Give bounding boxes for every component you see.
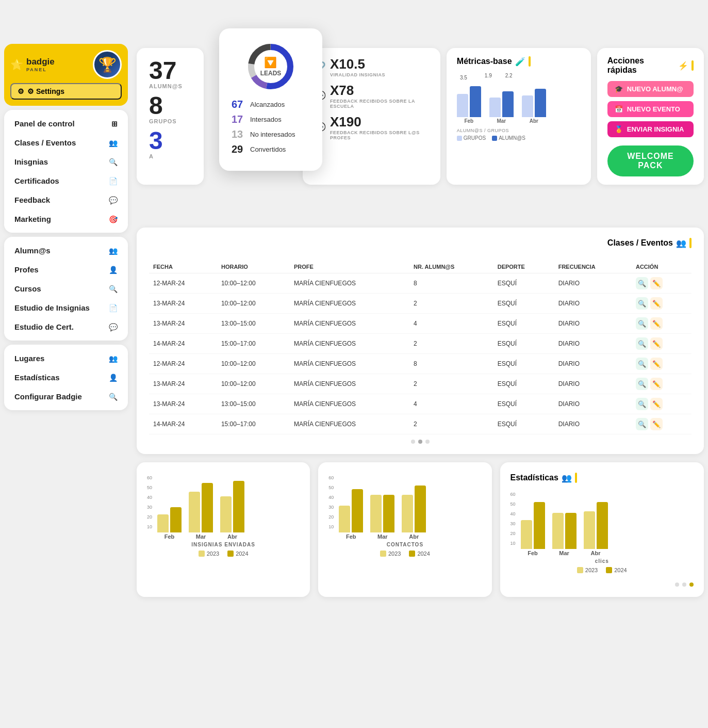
bar-feb-grupos: [457, 94, 468, 117]
edit-action-icon[interactable]: ✏️: [650, 297, 663, 310]
cont-bar-feb-2023: [339, 506, 350, 532]
leads-convertidos-row: 29 Convertidos: [232, 143, 310, 155]
view-action-icon[interactable]: 🔍: [636, 297, 648, 310]
cell-fecha: 13-MAR-24: [149, 374, 217, 394]
sidebar-item-alumnos[interactable]: Alumn@s 👥: [4, 241, 128, 260]
edit-action-icon[interactable]: ✏️: [650, 358, 663, 370]
cont-label-feb: Feb: [346, 533, 356, 540]
edit-action-icon[interactable]: ✏️: [650, 277, 663, 289]
sidebar-nav-section2: Alumn@s 👥 Profes 👤 Cursos 🔍 Estudio de I…: [4, 237, 128, 341]
view-action-icon[interactable]: 🔍: [636, 337, 648, 350]
sidebar-item-insignias[interactable]: Inisgnias 🔍: [4, 152, 128, 171]
leads-center-label: 🔽 LEADS: [260, 56, 282, 77]
estads-dot-1[interactable]: [675, 583, 679, 587]
cell-profe: MARÍA CIENFUEGOS: [290, 374, 409, 394]
estads-dot-2[interactable]: [682, 583, 686, 587]
cell-deporte: ESQUÍ: [493, 294, 554, 314]
cell-profe: MARÍA CIENFUEGOS: [290, 314, 409, 334]
insig-legend-2024: 2024: [227, 551, 248, 557]
clics-legend-2023: 2023: [577, 567, 598, 573]
dot-1[interactable]: [411, 440, 415, 444]
y-50: 50: [147, 485, 152, 490]
edit-action-icon[interactable]: ✏️: [650, 317, 663, 330]
cell-fecha: 13-MAR-24: [149, 314, 217, 334]
sidebar-item-estadisticas[interactable]: Estadísticas 👤: [4, 368, 128, 387]
nuevo-evento-button[interactable]: 📅 NUEVO EVENTO: [607, 101, 694, 117]
table-row: 14-MAR-24 15:00–17:00 MARÍA CIENFUEGOS 2…: [149, 334, 691, 354]
clics-legend: 2023 2024: [511, 567, 694, 573]
cell-horario: 10:00–12:00: [217, 294, 290, 314]
sidebar-item-configurar[interactable]: Configurar Badgie 🔍: [4, 387, 128, 406]
nuevo-alumno-button[interactable]: 🎓 NUEVO ALUMN@: [607, 81, 694, 97]
legend-dot-grupos: [457, 136, 462, 141]
gear-icon: ⚙: [18, 87, 24, 95]
cont-y-60: 60: [328, 475, 334, 480]
table-row: 13-MAR-24 10:00–12:00 MARÍA CIENFUEGOS 2…: [149, 374, 691, 394]
col-horario: HORARIO: [217, 261, 290, 273]
view-action-icon[interactable]: 🔍: [636, 378, 648, 390]
cell-horario: 10:00–12:00: [217, 354, 290, 374]
view-action-icon[interactable]: 🔍: [636, 277, 648, 289]
sidebar-nav-main: Panel de control ⊞ Clases / Eventos 👥 In…: [4, 110, 128, 233]
sidebar-item-estudio-cert[interactable]: Estudio de Cert. 💬: [4, 317, 128, 336]
bar-value-19: 1.9: [485, 73, 492, 78]
viralidad-label: VIRALIDAD INSIGNIAS: [330, 72, 385, 77]
dot-2[interactable]: [418, 440, 422, 444]
welcome-pack-button[interactable]: WELCOME PACK: [607, 145, 694, 176]
nav-label: Marketing: [14, 215, 51, 223]
estadisticas-title-text: Estadísticas: [511, 473, 558, 482]
insig-label-feb: Feb: [164, 533, 175, 540]
cell-accion: 🔍 ✏️: [632, 314, 691, 334]
clics-bar-abr-2024: [597, 502, 608, 549]
sidebar-item-profes[interactable]: Profes 👤: [4, 260, 128, 279]
y-30: 30: [147, 505, 152, 510]
nav-label: Estudio de Cert.: [14, 322, 74, 331]
cont-bar-abr-2024: [415, 486, 426, 532]
estads-pagination-dots: [675, 583, 694, 587]
view-action-icon[interactable]: 🔍: [636, 358, 648, 370]
sidebar-item-feedback[interactable]: Feedback 💬: [4, 190, 128, 209]
clases-title: Clases / Eventos 👥: [607, 238, 691, 248]
alcanzados-num: 67: [232, 99, 246, 110]
nav-label: Inisgnias: [14, 157, 48, 166]
nav-label: Alumn@s: [14, 246, 51, 255]
view-action-icon[interactable]: 🔍: [636, 317, 648, 330]
bar-mar-grupos: [489, 98, 501, 117]
nav-label: Estadísticas: [14, 373, 60, 382]
leads-donut-chart: 🔽 LEADS: [245, 41, 297, 92]
insignias-legend: 2023 2024: [147, 551, 300, 557]
view-action-icon[interactable]: 🔍: [636, 398, 648, 410]
cont-legend-dot-2024: [409, 551, 415, 557]
clics-y-30: 30: [511, 521, 516, 526]
sidebar-item-marketing[interactable]: Marketing 🎯: [4, 209, 128, 229]
sidebar-item-clases[interactable]: Clases / Eventos 👥: [4, 133, 128, 152]
sidebar-item-estudio-insignias[interactable]: Estudio de Insignias 📄: [4, 298, 128, 317]
cell-nr: 2: [409, 414, 493, 434]
clics-bar-feb-2024: [534, 502, 545, 549]
dot-3[interactable]: [425, 440, 430, 444]
cell-horario: 10:00–12:00: [217, 374, 290, 394]
viralidad-value: X10.5: [330, 56, 385, 72]
sidebar-item-certificados[interactable]: Certificados 📄: [4, 171, 128, 190]
edit-action-icon[interactable]: ✏️: [650, 337, 663, 350]
sidebar-item-lugares[interactable]: Lugares 👥: [4, 349, 128, 368]
leads-no-interesados-row: 13 No interesados: [232, 128, 310, 140]
insig-legend-2023: 2023: [199, 551, 219, 557]
edit-action-icon[interactable]: ✏️: [650, 398, 663, 410]
cont-legend-2023: 2023: [380, 551, 401, 557]
view-action-icon[interactable]: 🔍: [636, 418, 648, 430]
cell-deporte: ESQUÍ: [493, 414, 554, 434]
feedback-profes-label: FEEDBACK RECIBIDOS SOBRE L@S PROFES: [330, 130, 430, 140]
cell-accion: 🔍 ✏️: [632, 354, 691, 374]
sidebar-item-cursos[interactable]: Cursos 🔍: [4, 279, 128, 298]
edit-action-icon[interactable]: ✏️: [650, 418, 663, 430]
grupos-number: 8: [149, 93, 191, 118]
estads-dot-3[interactable]: [689, 583, 694, 587]
settings-button[interactable]: ⚙ ⚙ Settings: [10, 83, 122, 100]
col-alumnos: NR. ALUMN@S: [409, 261, 493, 273]
sidebar-item-panel[interactable]: Panel de control ⊞: [4, 114, 128, 133]
enviar-insignia-button[interactable]: 🏅 ENVIAR INSIGNIA: [607, 121, 694, 137]
cell-fecha: 12-MAR-24: [149, 354, 217, 374]
cell-fecha: 14-MAR-24: [149, 334, 217, 354]
edit-action-icon[interactable]: ✏️: [650, 378, 663, 390]
